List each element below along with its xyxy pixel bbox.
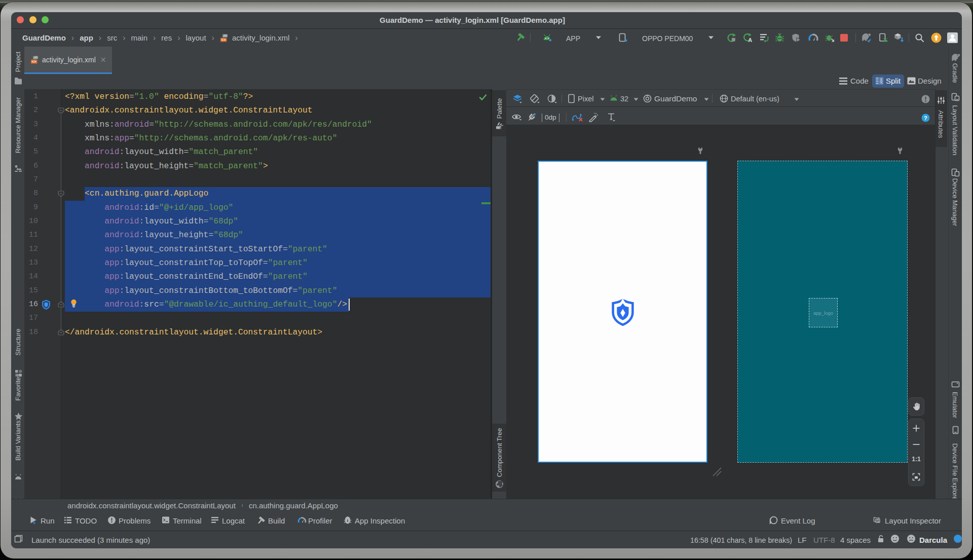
svg-text:<>: <>	[221, 38, 226, 42]
svg-text:<>: <>	[32, 59, 37, 63]
svg-text:?: ?	[924, 115, 927, 121]
svg-text:A: A	[748, 37, 752, 43]
